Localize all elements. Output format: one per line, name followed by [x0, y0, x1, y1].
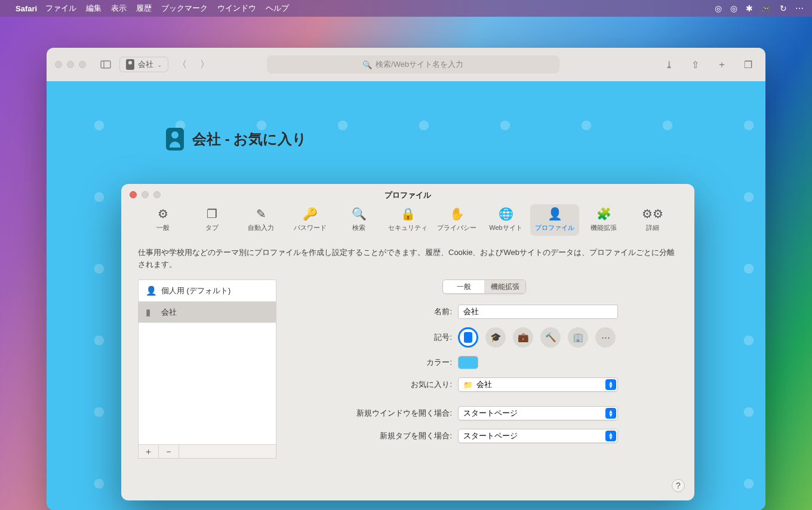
new-tab-icon[interactable]: ＋ [713, 57, 731, 72]
gears-icon: ⚙⚙ [642, 207, 663, 221]
prefs-title: プロファイル [121, 184, 694, 201]
address-placeholder: 検索/Webサイト名を入力 [376, 59, 463, 70]
profile-row-personal[interactable]: 👤 個人用 (デフォルト) [139, 280, 276, 302]
person-icon: 👤 [146, 285, 155, 296]
more-icon[interactable]: ⋯ [795, 4, 804, 13]
forward-button[interactable]: 〉 [196, 57, 214, 72]
favorites-label: お気に入り: [291, 379, 458, 390]
autofill-icon: ✎ [256, 207, 266, 221]
add-profile-button[interactable]: ＋ [139, 445, 159, 458]
new-tab-select[interactable]: スタートページ ▲▼ [458, 429, 618, 443]
tab-security[interactable]: 🔒セキュリティ [383, 204, 432, 236]
tab-privacy[interactable]: ✋プライバシー [432, 204, 481, 236]
app-name[interactable]: Safari [16, 4, 37, 13]
menu-edit[interactable]: 編集 [86, 3, 102, 14]
profile-badge-icon [166, 128, 184, 150]
symbol-label: 記号: [291, 332, 458, 343]
key-icon: 🔑 [303, 207, 318, 221]
badge-icon [126, 59, 134, 70]
symbol-badge[interactable] [458, 327, 478, 348]
person-icon: 👤 [548, 207, 562, 221]
updown-icon: ▲▼ [605, 408, 616, 419]
hand-icon: ✋ [450, 207, 465, 221]
name-label: 名前: [291, 306, 458, 317]
cc-icon[interactable]: ◎ [715, 4, 722, 13]
share-icon[interactable]: ⇧ [687, 57, 705, 72]
profile-picker[interactable]: 会社 ⌄ [119, 57, 168, 72]
window-traffic-lights[interactable] [55, 61, 86, 68]
tab-overview-icon[interactable]: ❐ [739, 57, 757, 72]
back-button[interactable]: 〈 [173, 57, 191, 72]
menu-history[interactable]: 履歴 [136, 3, 152, 14]
profile-row-work[interactable]: ▮ 会社 [139, 302, 276, 323]
remove-profile-button[interactable]: － [159, 445, 179, 458]
address-bar[interactable]: 🔍 検索/Webサイト名を入力 [267, 56, 559, 73]
favorites-title: 会社 - お気に入り [192, 130, 307, 149]
gear-icon: ⚙ [158, 207, 168, 221]
profiles-list: 👤 個人用 (デフォルト) ▮ 会社 ＋ － [138, 279, 276, 459]
tab-autofill[interactable]: ✎自動入力 [236, 204, 285, 236]
tab-search[interactable]: 🔍検索 [334, 204, 383, 236]
favorites-select[interactable]: 📁 会社 ▲▼ [458, 377, 618, 392]
menu-help[interactable]: ヘルプ [266, 3, 289, 14]
new-window-select[interactable]: スタートページ ▲▼ [458, 406, 618, 420]
bluetooth-icon[interactable]: ✱ [746, 4, 753, 13]
help-button[interactable]: ? [672, 479, 685, 492]
timemachine-icon[interactable]: ↻ [780, 4, 787, 13]
symbol-more[interactable]: ⋯ [595, 327, 616, 348]
detail-segment[interactable]: 一般 機能拡張 [442, 279, 526, 294]
profile-picker-label: 会社 [138, 60, 153, 70]
chevron-down-icon: ⌄ [157, 62, 162, 68]
symbol-briefcase[interactable]: 💼 [513, 327, 533, 348]
airdrop-icon[interactable]: ◎ [730, 4, 737, 13]
globe-icon: 🌐 [499, 207, 513, 221]
tab-general[interactable]: ⚙一般 [139, 204, 187, 236]
tab-profiles[interactable]: 👤プロファイル [530, 204, 579, 236]
updown-icon: ▲▼ [605, 431, 616, 441]
symbol-graduation[interactable]: 🎓 [485, 327, 506, 348]
prefs-toolbar: ⚙一般 ❐タブ ✎自動入力 🔑パスワード 🔍検索 🔒セキュリティ ✋プライバシー… [121, 204, 694, 242]
tab-websites[interactable]: 🌐Webサイト [481, 204, 530, 236]
color-label: カラー: [291, 357, 458, 368]
menu-window[interactable]: ウインドウ [217, 3, 256, 14]
updown-icon: ▲▼ [605, 379, 616, 390]
profiles-description: 仕事用や学校用などのテーマ別にプロファイルを作成し設定することができます。履歴、… [138, 247, 678, 270]
downloads-icon[interactable]: ⤓ [660, 57, 678, 72]
puzzle-icon: 🧩 [596, 207, 611, 221]
menu-bookmarks[interactable]: ブックマーク [161, 3, 208, 14]
gamepad-icon[interactable]: 🎮 [761, 4, 771, 13]
tabs-icon: ❐ [207, 207, 217, 221]
tab-passwords[interactable]: 🔑パスワード [285, 204, 334, 236]
tab-tabs[interactable]: ❐タブ [187, 204, 236, 236]
sidebar-toggle-icon[interactable] [97, 57, 115, 72]
menubar: Safari ファイル 編集 表示 履歴 ブックマーク ウインドウ ヘルプ ◎ … [0, 0, 812, 17]
symbol-hammer[interactable]: 🔨 [540, 327, 561, 348]
new-window-label: 新規ウインドウを開く場合: [291, 408, 458, 419]
segment-extensions[interactable]: 機能拡張 [484, 280, 525, 293]
svg-rect-0 [101, 61, 110, 68]
tab-advanced[interactable]: ⚙⚙詳細 [628, 204, 677, 236]
symbol-building[interactable]: 🏢 [568, 327, 588, 348]
lock-icon: 🔒 [401, 207, 416, 221]
prefs-traffic-lights[interactable] [130, 191, 161, 198]
safari-toolbar: 会社 ⌄ 〈 〉 🔍 検索/Webサイト名を入力 ⤓ ⇧ ＋ ❐ [47, 48, 765, 81]
folder-icon: 📁 [463, 380, 473, 389]
menu-view[interactable]: 表示 [111, 3, 127, 14]
tab-extensions[interactable]: 🧩機能拡張 [579, 204, 628, 236]
name-input[interactable] [458, 305, 618, 319]
menu-file[interactable]: ファイル [45, 3, 76, 14]
color-swatch[interactable] [458, 356, 478, 369]
badge-icon: ▮ [146, 307, 155, 318]
search-icon: 🔍 [352, 207, 367, 221]
segment-general[interactable]: 一般 [443, 280, 484, 293]
new-tab-label: 新規タブを開く場合: [291, 431, 458, 441]
profile-detail: 一般 機能拡張 名前: 記号: 🎓 💼 🔨 🏢 ⋯ [291, 279, 678, 459]
search-icon: 🔍 [362, 60, 372, 69]
preferences-window: プロファイル ⚙一般 ❐タブ ✎自動入力 🔑パスワード 🔍検索 🔒セキュリティ … [121, 184, 694, 500]
favorites-header: 会社 - お気に入り [166, 128, 307, 150]
